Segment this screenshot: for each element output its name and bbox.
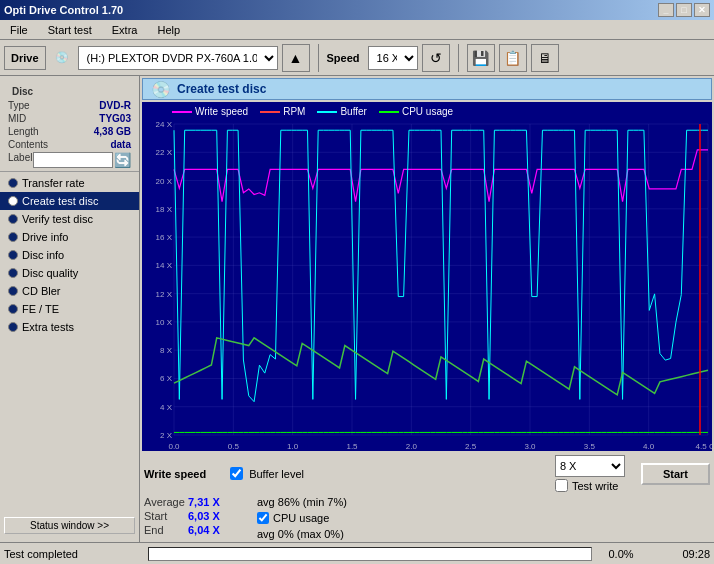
content-area: 💿 Create test disc Write speed RPM Buffe… — [140, 76, 714, 542]
progress-bar-container — [148, 547, 592, 561]
sidebar-dot-3 — [8, 232, 18, 242]
stat-start-label: Start — [144, 510, 184, 522]
toolbar-icon-1[interactable]: ↺ — [422, 44, 450, 72]
cpu-row: CPU usage — [257, 512, 347, 524]
disc-contents-value: data — [110, 139, 131, 150]
disc-label-row: Label 🔄 — [4, 151, 135, 169]
svg-text:14 X: 14 X — [156, 261, 173, 270]
chart-container: Write speed RPM Buffer CPU usage 24 — [142, 102, 712, 451]
menu-bar: File Start test Extra Help — [0, 20, 714, 40]
cpu-checkbox[interactable] — [257, 512, 269, 524]
avg-cpu-row: avg 0% (max 0%) — [257, 528, 347, 540]
disc-contents-label: Contents — [8, 139, 48, 150]
speed-select[interactable]: 16 X — [368, 46, 418, 70]
legend-write-speed: Write speed — [172, 106, 248, 117]
test-write-checkbox[interactable] — [555, 479, 568, 492]
cpu-label: CPU usage — [273, 512, 329, 524]
svg-text:24 X: 24 X — [156, 120, 173, 129]
sidebar-item-8[interactable]: Extra tests — [0, 318, 139, 336]
toolbar-icon-3[interactable]: 📋 — [499, 44, 527, 72]
sidebar-item-label-0: Transfer rate — [22, 177, 85, 189]
title-bar-buttons[interactable]: _ □ ✕ — [658, 3, 710, 17]
drive-refresh-btn[interactable]: ▲ — [282, 44, 310, 72]
maximize-button[interactable]: □ — [676, 3, 692, 17]
sidebar-dot-1 — [8, 196, 18, 206]
sidebar-item-7[interactable]: FE / TE — [0, 300, 139, 318]
menu-help[interactable]: Help — [151, 22, 186, 38]
disc-length-row: Length 4,38 GB — [4, 125, 135, 138]
menu-file[interactable]: File — [4, 22, 34, 38]
drive-select[interactable]: (H:) PLEXTOR DVDR PX-760A 1.07 — [78, 46, 278, 70]
stat-average-label: Average — [144, 496, 184, 508]
checkbox-group: avg 86% (min 7%) CPU usage avg 0% (max 0… — [257, 496, 347, 540]
sidebar-item-3[interactable]: Drive info — [0, 228, 139, 246]
sidebar-dot-0 — [8, 178, 18, 188]
menu-start-test[interactable]: Start test — [42, 22, 98, 38]
stat-group: Average 7,31 X Start 6,03 X End 6,04 X — [144, 496, 233, 540]
disc-length-value: 4,38 GB — [94, 126, 131, 137]
close-button[interactable]: ✕ — [694, 3, 710, 17]
stat-end-value: 6,04 X — [188, 524, 233, 536]
avg-buffer-label: avg 86% (min 7%) — [257, 496, 347, 508]
disc-length-label: Length — [8, 126, 39, 137]
progress-percent: 0.0% — [596, 548, 646, 560]
stat-average-value: 7,31 X — [188, 496, 233, 508]
write-speed-combo[interactable]: 4 X6 X8 X10 X12 X16 X — [555, 455, 625, 477]
menu-extra[interactable]: Extra — [106, 22, 144, 38]
minimize-button[interactable]: _ — [658, 3, 674, 17]
sidebar-item-5[interactable]: Disc quality — [0, 264, 139, 282]
speed-combo: 4 X6 X8 X10 X12 X16 X — [555, 455, 625, 477]
start-button[interactable]: Start — [641, 463, 710, 485]
legend-cpu-color — [379, 111, 399, 113]
sidebar-dot-8 — [8, 322, 18, 332]
sidebar-item-1[interactable]: Create test disc — [0, 192, 139, 210]
section-title: Create test disc — [177, 82, 266, 96]
disc-label-input[interactable] — [33, 152, 113, 168]
sidebar-item-label-1: Create test disc — [22, 195, 98, 207]
sidebar-item-4[interactable]: Disc info — [0, 246, 139, 264]
drive-icon: 💿 — [50, 46, 74, 70]
sidebar-item-2[interactable]: Verify test disc — [0, 210, 139, 228]
toolbar-icon-2[interactable]: 💾 — [467, 44, 495, 72]
section-header: 💿 Create test disc — [142, 78, 712, 100]
chart-svg: 24 X22 X20 X18 X16 X14 X12 X10 X8 X6 X4 … — [142, 102, 712, 451]
disc-section: Disc Type DVD-R MID TYG03 Length 4,38 GB… — [0, 80, 139, 172]
main-layout: Disc Type DVD-R MID TYG03 Length 4,38 GB… — [0, 76, 714, 542]
sidebar-dot-4 — [8, 250, 18, 260]
stat-average-row: Average 7,31 X — [144, 496, 233, 508]
sidebar-item-label-3: Drive info — [22, 231, 68, 243]
svg-text:1.0: 1.0 — [287, 442, 299, 451]
sidebar-dot-6 — [8, 286, 18, 296]
svg-text:10 X: 10 X — [156, 318, 173, 327]
toolbar-separator-2 — [458, 44, 459, 72]
svg-text:3.0: 3.0 — [524, 442, 536, 451]
drive-label: Drive — [4, 46, 46, 70]
legend-cpu-label: CPU usage — [402, 106, 453, 117]
sidebar-item-label-8: Extra tests — [22, 321, 74, 333]
status-bar: Test completed 0.0% 09:28 — [0, 542, 714, 564]
toolbar-icon-4[interactable]: 🖥 — [531, 44, 559, 72]
svg-text:2 X: 2 X — [160, 431, 173, 440]
stat-start-value: 6,03 X — [188, 510, 233, 522]
section-icon: 💿 — [151, 80, 171, 99]
svg-text:2.0: 2.0 — [406, 442, 418, 451]
disc-section-label: Disc — [4, 84, 135, 99]
sidebar-item-label-7: FE / TE — [22, 303, 59, 315]
sidebar-item-label-6: CD Bler — [22, 285, 61, 297]
buffer-checkbox[interactable] — [230, 467, 243, 480]
sidebar: Disc Type DVD-R MID TYG03 Length 4,38 GB… — [0, 76, 140, 542]
svg-text:4.5 GB: 4.5 GB — [696, 442, 712, 451]
sidebar-dot-7 — [8, 304, 18, 314]
status-window-button[interactable]: Status window >> — [4, 517, 135, 534]
test-write-label: Test write — [572, 480, 618, 492]
disc-label-icon[interactable]: 🔄 — [114, 152, 131, 168]
sidebar-item-6[interactable]: CD Bler — [0, 282, 139, 300]
y-axis-labels: 24 X22 X20 X18 X16 X14 X12 X10 X8 X6 X4 … — [156, 120, 173, 440]
bottom-controls: Write speed Buffer level 4 X6 X8 X10 X12… — [140, 451, 714, 542]
nav-items: Transfer rateCreate test discVerify test… — [0, 174, 139, 336]
legend-buffer: Buffer — [317, 106, 367, 117]
buffer-control: Buffer level — [230, 467, 304, 480]
stat-start-row: Start 6,03 X — [144, 510, 233, 522]
sidebar-item-0[interactable]: Transfer rate — [0, 174, 139, 192]
svg-text:2.5: 2.5 — [465, 442, 477, 451]
